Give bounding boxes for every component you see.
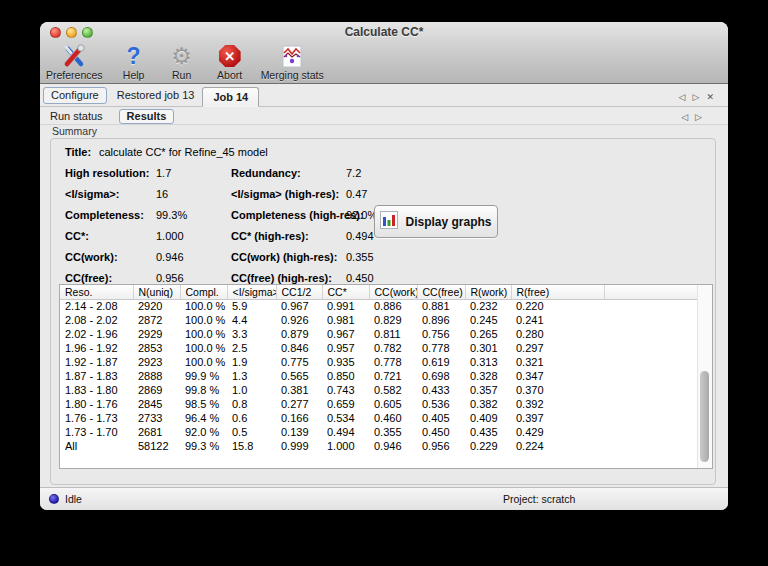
table-row[interactable]: All5812299.3 %15.80.9991.0000.9460.9560.… [60,439,697,453]
tab-close-icon[interactable]: ✕ [706,92,714,102]
table-cell: 0.926 [276,313,322,327]
table-row[interactable]: 1.76 - 1.73273396.4 %0.60.1660.5340.4600… [60,411,697,425]
column-header[interactable]: <I/sigma> [227,285,276,299]
table-cell: 0.6 [227,411,276,425]
help-label: Help [123,69,145,81]
table-cell: 0.829 [369,313,417,327]
table-cell: 0.328 [465,369,511,383]
table-cell: 0.381 [276,383,322,397]
table-row[interactable]: 1.87 - 1.83288899.9 %1.30.5650.8500.7210… [60,369,697,383]
summary-label: CC(work): [65,251,156,263]
table-row[interactable]: 1.96 - 1.922853100.0 %2.50.8460.9570.782… [60,341,697,355]
table-cell: 0.229 [465,439,511,453]
column-header[interactable]: CC(free) [417,285,465,299]
subtab-scroll-right-icon[interactable]: ▷ [695,112,702,122]
summary-value: 99.3% [156,209,231,221]
column-header[interactable]: CC* [322,285,369,299]
table-cell: 92.0 % [180,425,227,439]
column-header[interactable]: CC1/2 [276,285,322,299]
column-header[interactable]: R(free) [511,285,604,299]
table-cell: 0.297 [511,341,604,355]
summary-groupbox: Title: calculate CC* for Refine_45 model… [50,138,716,485]
subtab-scroll-left-icon[interactable]: ◁ [681,112,688,122]
gear-icon: ⚙ [171,43,192,69]
table-row[interactable]: 1.80 - 1.76284598.5 %0.80.2770.6590.6050… [60,397,697,411]
table-cell: 0.450 [417,425,465,439]
table-cell: 99.3 % [180,439,227,453]
summary-label: Completeness (high-res): [231,209,346,221]
table-cell: 1.3 [227,369,276,383]
statistics-table-container: Reso.N(uniq)Compl.<I/sigma>CC1/2CC*CC(wo… [59,284,713,469]
table-cell: 0.956 [417,439,465,453]
table-cell: 0.534 [322,411,369,425]
table-row[interactable]: 1.73 - 1.70268192.0 %0.50.1390.4940.3550… [60,425,697,439]
table-scrollbar-thumb[interactable] [700,371,709,462]
table-row[interactable]: 2.14 - 2.082920100.0 %5.90.9670.9910.886… [60,299,697,313]
table-cell: 1.9 [227,355,276,369]
table-cell: 2845 [133,397,180,411]
merging-stats-button[interactable]: Merging stats [261,43,324,83]
table-cell: 0.139 [276,425,322,439]
table-cell: 0.8 [227,397,276,411]
table-cell: 1.96 - 1.92 [60,341,133,355]
table-cell: 0.241 [511,313,604,327]
table-cell: 0.582 [369,383,417,397]
table-cell: All [60,439,133,453]
table-row[interactable]: 1.92 - 1.872923100.0 %1.90.7750.9350.778… [60,355,697,369]
table-cell: 4.4 [227,313,276,327]
table-cell: 0.357 [465,383,511,397]
tab-run-status[interactable]: Run status [50,110,113,122]
table-row[interactable]: 2.08 - 2.022872100.0 %4.40.9260.9810.829… [60,313,697,327]
table-cell: 2920 [133,299,180,313]
tab-scroll-left-icon[interactable]: ◁ [679,92,686,102]
column-header[interactable]: N(uniq) [133,285,180,299]
toolbar: Preferences ? Help ⚙ Run ✕ Abort [46,43,324,83]
tab-scroll-right-icon[interactable]: ▷ [693,92,700,102]
summary-section-label[interactable]: Summary [52,125,97,137]
table-cell: 0.991 [322,299,369,313]
column-header[interactable]: CC(work) [369,285,417,299]
merging-stats-label: Merging stats [261,69,324,81]
table-cell: 100.0 % [180,313,227,327]
abort-label: Abort [217,69,242,81]
table-cell: 0.886 [369,299,417,313]
table-scrollbar[interactable] [697,285,712,468]
statistics-table: Reso.N(uniq)Compl.<I/sigma>CC1/2CC*CC(wo… [60,285,697,453]
display-graphs-button[interactable]: Display graphs [374,205,498,238]
table-cell: 15.8 [227,439,276,453]
table-cell: 1.0 [227,383,276,397]
window-title: Calculate CC* [40,25,728,39]
run-label: Run [172,69,191,81]
column-header[interactable]: Reso. [60,285,133,299]
table-cell: 0.265 [465,327,511,341]
table-cell: 0.280 [511,327,604,341]
table-cell: 0.321 [511,355,604,369]
table-cell: 0.370 [511,383,604,397]
status-indicator-icon [49,494,59,504]
help-button[interactable]: ? Help [117,43,151,83]
table-cell: 2.14 - 2.08 [60,299,133,313]
table-row[interactable]: 1.83 - 1.80286999.8 %1.00.3810.7430.5820… [60,383,697,397]
table-cell: 1.80 - 1.76 [60,397,133,411]
tab-results[interactable]: Results [119,109,175,124]
table-body: 2.14 - 2.082920100.0 %5.90.9670.9910.886… [60,299,697,453]
table-cell: 0.967 [322,327,369,341]
preferences-button[interactable]: Preferences [46,43,103,83]
table-cell: 99.8 % [180,383,227,397]
table-cell: 0.619 [417,355,465,369]
result-tab-nav: ◁ ▷ [681,112,702,122]
column-header[interactable]: R(work) [465,285,511,299]
table-row[interactable]: 2.02 - 1.962929100.0 %3.30.8790.9670.811… [60,327,697,341]
table-cell: 99.9 % [180,369,227,383]
abort-button[interactable]: ✕ Abort [213,43,247,83]
table-cell: 0.756 [417,327,465,341]
titlebar[interactable]: Calculate CC* [40,22,728,42]
table-cell: 0.659 [322,397,369,411]
tab-restored-job-13[interactable]: Restored job 13 [109,89,203,106]
tab-job-14[interactable]: Job 14 [202,87,259,107]
tab-configure[interactable]: Configure [43,87,107,104]
table-cell: 0.775 [276,355,322,369]
table-cell: 0.232 [465,299,511,313]
run-button[interactable]: ⚙ Run [165,43,199,83]
column-header[interactable]: Compl. [180,285,227,299]
